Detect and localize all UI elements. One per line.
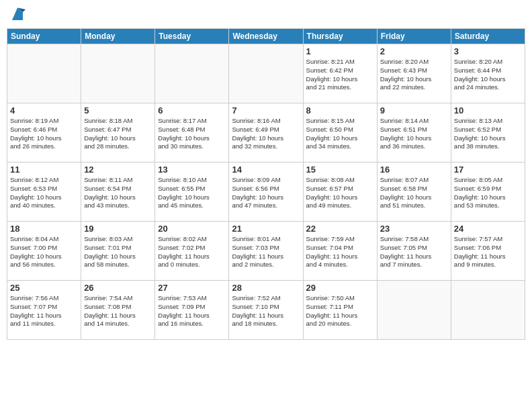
weekday-header: Monday [81,29,155,44]
logo-icon [9,7,26,23]
calendar-cell: 13Sunrise: 8:10 AM Sunset: 6:55 PM Dayli… [155,163,229,222]
calendar-cell [81,44,155,103]
day-info: Sunrise: 8:03 AM Sunset: 7:01 PM Dayligh… [84,235,152,269]
day-info: Sunrise: 8:15 AM Sunset: 6:50 PM Dayligh… [306,117,374,151]
day-info: Sunrise: 8:01 AM Sunset: 7:03 PM Dayligh… [232,235,300,269]
calendar-row: 18Sunrise: 8:04 AM Sunset: 7:00 PM Dayli… [7,222,525,281]
day-number: 17 [454,165,522,175]
calendar-cell: 16Sunrise: 8:07 AM Sunset: 6:58 PM Dayli… [377,163,451,222]
calendar-cell: 24Sunrise: 7:57 AM Sunset: 7:06 PM Dayli… [451,222,525,281]
calendar-cell: 3Sunrise: 8:20 AM Sunset: 6:44 PM Daylig… [451,44,525,103]
calendar-cell: 9Sunrise: 8:14 AM Sunset: 6:51 PM Daylig… [377,103,451,163]
calendar-cell [7,44,81,103]
day-info: Sunrise: 8:07 AM Sunset: 6:58 PM Dayligh… [380,176,448,210]
weekday-header-row: SundayMondayTuesdayWednesdayThursdayFrid… [7,29,525,44]
calendar-cell: 17Sunrise: 8:05 AM Sunset: 6:59 PM Dayli… [451,163,525,222]
day-number: 15 [306,165,374,175]
weekday-header: Wednesday [229,29,303,44]
calendar-row: 25Sunrise: 7:56 AM Sunset: 7:07 PM Dayli… [7,281,525,340]
day-info: Sunrise: 7:50 AM Sunset: 7:11 PM Dayligh… [306,294,374,328]
calendar-cell [229,44,303,103]
calendar-row: 4Sunrise: 8:19 AM Sunset: 6:46 PM Daylig… [7,103,525,163]
calendar-cell: 18Sunrise: 8:04 AM Sunset: 7:00 PM Dayli… [7,222,81,281]
calendar-cell: 1Sunrise: 8:21 AM Sunset: 6:42 PM Daylig… [303,44,377,103]
calendar-cell: 26Sunrise: 7:54 AM Sunset: 7:08 PM Dayli… [81,281,155,340]
calendar-cell: 25Sunrise: 7:56 AM Sunset: 7:07 PM Dayli… [7,281,81,340]
calendar-cell: 19Sunrise: 8:03 AM Sunset: 7:01 PM Dayli… [81,222,155,281]
calendar-cell: 29Sunrise: 7:50 AM Sunset: 7:11 PM Dayli… [303,281,377,340]
day-number: 27 [158,283,226,293]
day-number: 14 [232,165,300,175]
day-info: Sunrise: 8:19 AM Sunset: 6:46 PM Dayligh… [10,117,78,151]
day-number: 23 [380,224,448,234]
day-info: Sunrise: 8:17 AM Sunset: 6:48 PM Dayligh… [158,117,226,151]
weekday-header: Thursday [303,29,377,44]
day-number: 11 [10,165,78,175]
calendar-cell: 27Sunrise: 7:53 AM Sunset: 7:09 PM Dayli… [155,281,229,340]
calendar-cell: 4Sunrise: 8:19 AM Sunset: 6:46 PM Daylig… [7,103,81,163]
calendar-row: 11Sunrise: 8:12 AM Sunset: 6:53 PM Dayli… [7,163,525,222]
day-info: Sunrise: 8:10 AM Sunset: 6:55 PM Dayligh… [158,176,226,210]
calendar-cell: 21Sunrise: 8:01 AM Sunset: 7:03 PM Dayli… [229,222,303,281]
day-number: 9 [380,105,448,116]
day-number: 13 [158,165,226,175]
day-info: Sunrise: 8:08 AM Sunset: 6:57 PM Dayligh… [306,176,374,210]
day-info: Sunrise: 8:20 AM Sunset: 6:43 PM Dayligh… [380,58,448,92]
day-number: 21 [232,224,300,234]
day-number: 19 [84,224,152,234]
day-info: Sunrise: 8:11 AM Sunset: 6:54 PM Dayligh… [84,176,152,210]
day-info: Sunrise: 8:12 AM Sunset: 6:53 PM Dayligh… [10,176,78,210]
day-number: 20 [158,224,226,234]
calendar-cell: 7Sunrise: 8:16 AM Sunset: 6:49 PM Daylig… [229,103,303,163]
day-info: Sunrise: 8:18 AM Sunset: 6:47 PM Dayligh… [84,117,152,151]
day-info: Sunrise: 8:13 AM Sunset: 6:52 PM Dayligh… [454,117,522,151]
calendar-cell [155,44,229,103]
day-number: 24 [454,224,522,234]
logo [7,7,26,23]
calendar-cell [377,281,451,340]
main-container: SundayMondayTuesdayWednesdayThursdayFrid… [0,0,532,411]
calendar-cell: 23Sunrise: 7:58 AM Sunset: 7:05 PM Dayli… [377,222,451,281]
day-number: 7 [232,105,300,116]
day-info: Sunrise: 8:14 AM Sunset: 6:51 PM Dayligh… [380,117,448,151]
day-number: 25 [10,283,78,293]
day-info: Sunrise: 8:04 AM Sunset: 7:00 PM Dayligh… [10,235,78,269]
day-number: 29 [306,283,374,293]
calendar-cell: 12Sunrise: 8:11 AM Sunset: 6:54 PM Dayli… [81,163,155,222]
day-number: 8 [306,105,374,116]
calendar-cell: 11Sunrise: 8:12 AM Sunset: 6:53 PM Dayli… [7,163,81,222]
calendar-cell: 2Sunrise: 8:20 AM Sunset: 6:43 PM Daylig… [377,44,451,103]
day-info: Sunrise: 8:02 AM Sunset: 7:02 PM Dayligh… [158,235,226,269]
calendar-cell: 20Sunrise: 8:02 AM Sunset: 7:02 PM Dayli… [155,222,229,281]
weekday-header: Sunday [7,29,81,44]
day-info: Sunrise: 8:05 AM Sunset: 6:59 PM Dayligh… [454,176,522,210]
day-info: Sunrise: 7:52 AM Sunset: 7:10 PM Dayligh… [232,294,300,328]
calendar-cell: 5Sunrise: 8:18 AM Sunset: 6:47 PM Daylig… [81,103,155,163]
calendar-cell: 6Sunrise: 8:17 AM Sunset: 6:48 PM Daylig… [155,103,229,163]
day-info: Sunrise: 7:58 AM Sunset: 7:05 PM Dayligh… [380,235,448,269]
day-info: Sunrise: 8:21 AM Sunset: 6:42 PM Dayligh… [306,58,374,92]
calendar-cell: 15Sunrise: 8:08 AM Sunset: 6:57 PM Dayli… [303,163,377,222]
day-number: 6 [158,105,226,116]
day-info: Sunrise: 8:16 AM Sunset: 6:49 PM Dayligh… [232,117,300,151]
day-info: Sunrise: 7:59 AM Sunset: 7:04 PM Dayligh… [306,235,374,269]
day-info: Sunrise: 7:56 AM Sunset: 7:07 PM Dayligh… [10,294,78,328]
day-info: Sunrise: 8:20 AM Sunset: 6:44 PM Dayligh… [454,58,522,92]
day-info: Sunrise: 7:54 AM Sunset: 7:08 PM Dayligh… [84,294,152,328]
day-number: 3 [454,46,522,56]
calendar-cell [451,281,525,340]
weekday-header: Saturday [451,29,525,44]
calendar-row: 1Sunrise: 8:21 AM Sunset: 6:42 PM Daylig… [7,44,525,103]
calendar: SundayMondayTuesdayWednesdayThursdayFrid… [7,28,525,340]
day-number: 28 [232,283,300,293]
day-number: 1 [306,46,374,56]
day-number: 2 [380,46,448,56]
calendar-cell: 8Sunrise: 8:15 AM Sunset: 6:50 PM Daylig… [303,103,377,163]
day-info: Sunrise: 7:53 AM Sunset: 7:09 PM Dayligh… [158,294,226,328]
calendar-cell: 22Sunrise: 7:59 AM Sunset: 7:04 PM Dayli… [303,222,377,281]
day-number: 26 [84,283,152,293]
day-info: Sunrise: 7:57 AM Sunset: 7:06 PM Dayligh… [454,235,522,269]
weekday-header: Friday [377,29,451,44]
day-number: 4 [10,105,78,116]
day-number: 22 [306,224,374,234]
